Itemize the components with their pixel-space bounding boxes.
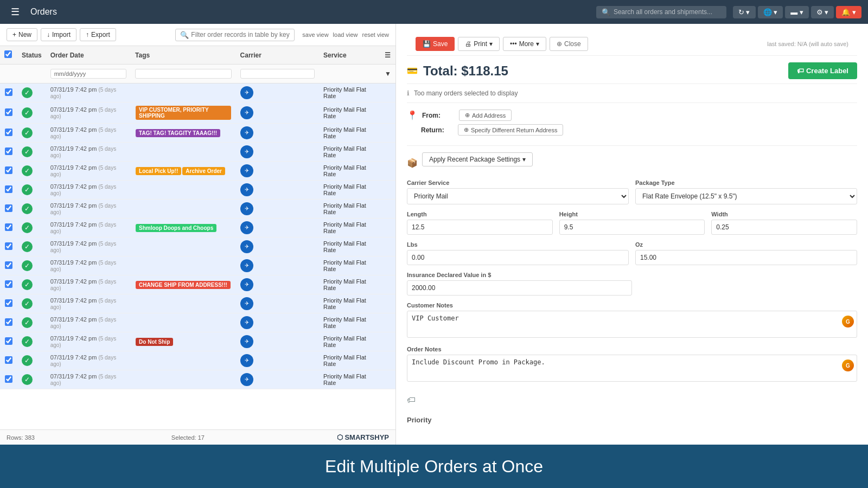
select-all-checkbox[interactable]: [4, 50, 12, 58]
import-button[interactable]: ↓ Import: [41, 28, 76, 41]
more-button[interactable]: ••• More ▾: [503, 37, 546, 51]
close-button[interactable]: ⊕ Close: [550, 37, 588, 51]
load-view[interactable]: load view: [333, 31, 358, 38]
row-checkbox[interactable]: [5, 356, 12, 364]
tags-filter-input[interactable]: [135, 69, 232, 79]
row-checkbox[interactable]: [5, 223, 12, 231]
gear-button[interactable]: ⚙ ▾: [811, 6, 834, 18]
search-bar[interactable]: 🔍: [596, 6, 726, 18]
carrier-header[interactable]: Carrier: [236, 46, 319, 65]
row-checkbox[interactable]: [5, 108, 12, 116]
table-search-input[interactable]: [191, 31, 290, 38]
row-checkbox[interactable]: [5, 318, 12, 326]
package-type-select[interactable]: Flat Rate Envelope (12.5" x 9.5"): [635, 188, 857, 204]
row-date: 07/31/19 7:42 pm (5 days ago): [46, 124, 131, 143]
row-tags: [131, 370, 236, 389]
table-row[interactable]: ✓07/31/19 7:42 pm (5 days ago)✈Priority …: [0, 313, 395, 332]
row-checkbox[interactable]: [5, 166, 12, 174]
table-row[interactable]: ✓07/31/19 7:42 pm (5 days ago)CHANGE SHI…: [0, 275, 395, 294]
row-checkbox[interactable]: [5, 185, 12, 193]
width-input[interactable]: [711, 220, 857, 235]
table-row[interactable]: ✓07/31/19 7:42 pm (5 days ago)Local Pick…: [0, 162, 395, 181]
status-header[interactable]: Status: [17, 46, 46, 65]
table-row[interactable]: ✓07/31/19 7:42 pm (5 days ago)✈Priority …: [0, 294, 395, 313]
service-header[interactable]: Service: [319, 46, 380, 65]
table-row[interactable]: ✓07/31/19 7:42 pm (5 days ago)Do Not Shi…: [0, 332, 395, 351]
height-input[interactable]: [559, 220, 705, 235]
export-button[interactable]: ↑ Export: [80, 28, 116, 41]
filter-carrier[interactable]: [236, 65, 319, 84]
print-button[interactable]: 🖨 Print ▾: [458, 37, 500, 51]
table-row[interactable]: ✓07/31/19 7:42 pm (5 days ago)✈Priority …: [0, 256, 395, 275]
date-filter-input[interactable]: [50, 69, 126, 79]
length-label: Length: [407, 211, 553, 217]
save-button[interactable]: 💾 Save: [416, 37, 455, 51]
table-row[interactable]: ✓07/31/19 7:42 pm (5 days ago)✈Priority …: [0, 370, 395, 389]
row-checkbox[interactable]: [5, 299, 12, 307]
table-row[interactable]: ✓07/31/19 7:42 pm (5 days ago)✈Priority …: [0, 143, 395, 162]
reset-view[interactable]: reset view: [362, 31, 389, 38]
table-row[interactable]: ✓07/31/19 7:42 pm (5 days ago)TAG! TAG! …: [0, 124, 395, 143]
row-status: ✓: [17, 237, 46, 256]
table-row[interactable]: ✓07/31/19 7:42 pm (5 days ago)✈Priority …: [0, 237, 395, 256]
location-icon: 📍: [407, 110, 418, 120]
row-checkbox[interactable]: [5, 261, 12, 269]
row-checkbox[interactable]: [5, 375, 12, 383]
table-search[interactable]: 🔍: [175, 29, 295, 41]
carrier-filter-input[interactable]: [240, 69, 315, 79]
row-date: 07/31/19 7:42 pm (5 days ago): [46, 370, 131, 389]
table-row[interactable]: ✓07/31/19 7:42 pm (5 days ago)✈Priority …: [0, 200, 395, 219]
row-checkbox-cell: [0, 219, 17, 237]
oz-input[interactable]: [635, 250, 857, 265]
row-checkbox[interactable]: [5, 129, 12, 136]
length-input[interactable]: [407, 220, 553, 235]
customer-notes-input[interactable]: [407, 311, 857, 338]
refresh-button[interactable]: ↻ ▾: [733, 6, 756, 18]
row-checkbox[interactable]: [5, 147, 12, 155]
return-label: Return:: [421, 126, 454, 134]
row-checkbox[interactable]: [5, 337, 12, 345]
create-label-button[interactable]: 🏷 Create Label: [788, 62, 857, 79]
save-view[interactable]: save view: [302, 31, 328, 38]
table-row[interactable]: ✓07/31/19 7:42 pm (5 days ago)✈Priority …: [0, 84, 395, 102]
tag-badge: Archive Order: [182, 167, 225, 175]
insurance-input[interactable]: [407, 280, 632, 296]
row-checkbox[interactable]: [5, 242, 12, 250]
table-header-row: Status Order Date Tags Carrier Service ☰: [0, 46, 395, 65]
select-all-header[interactable]: [0, 46, 17, 65]
row-checkbox[interactable]: [5, 88, 12, 96]
row-carrier: ✈: [236, 162, 319, 181]
specify-return-address-button[interactable]: ⊕ Specify Different Return Address: [458, 124, 563, 136]
table-row[interactable]: ✓07/31/19 7:42 pm (5 days ago)✈Priority …: [0, 181, 395, 200]
order-date-header[interactable]: Order Date: [46, 46, 131, 65]
filter-date[interactable]: [46, 65, 131, 84]
package-section: 📦 Apply Recent Package Settings ▾ Carrie…: [407, 146, 857, 436]
customer-notes-group: Customer Notes G: [407, 302, 857, 339]
search-input[interactable]: [614, 8, 721, 16]
table-row[interactable]: ✓07/31/19 7:42 pm (5 days ago)✈Priority …: [0, 351, 395, 370]
columns-btn-header[interactable]: ☰: [380, 46, 395, 65]
package-icon: 📦: [407, 158, 418, 168]
carrier-service-select[interactable]: Priority Mail: [407, 188, 629, 204]
filter-tags[interactable]: [131, 65, 236, 84]
tags-header[interactable]: Tags: [131, 46, 236, 65]
filters-col[interactable]: ▼: [380, 65, 395, 84]
apply-package-settings-button[interactable]: Apply Recent Package Settings ▾: [422, 152, 533, 166]
bell-button[interactable]: 🔔 ▾: [836, 6, 861, 18]
table-row[interactable]: ✓07/31/19 7:42 pm (5 days ago)Shmloop Do…: [0, 219, 395, 237]
save-icon: 💾: [423, 40, 431, 48]
order-notes-input[interactable]: [407, 355, 857, 382]
table-row[interactable]: ✓07/31/19 7:42 pm (5 days ago)VIP CUSTOM…: [0, 102, 395, 124]
menu-button[interactable]: ☰: [7, 4, 24, 20]
filter-service[interactable]: [319, 65, 380, 84]
row-service: Priority Mail Flat Rate: [319, 162, 380, 181]
row-checkbox[interactable]: [5, 204, 12, 212]
lbs-input[interactable]: [407, 250, 629, 265]
new-button[interactable]: + New: [7, 28, 37, 41]
row-status: ✓: [17, 370, 46, 389]
row-carrier: ✈: [236, 200, 319, 219]
bars-button[interactable]: ▬ ▾: [785, 6, 809, 18]
add-address-button[interactable]: ⊕ Add Address: [459, 110, 512, 121]
globe-button[interactable]: 🌐 ▾: [758, 6, 783, 18]
row-checkbox[interactable]: [5, 280, 12, 288]
